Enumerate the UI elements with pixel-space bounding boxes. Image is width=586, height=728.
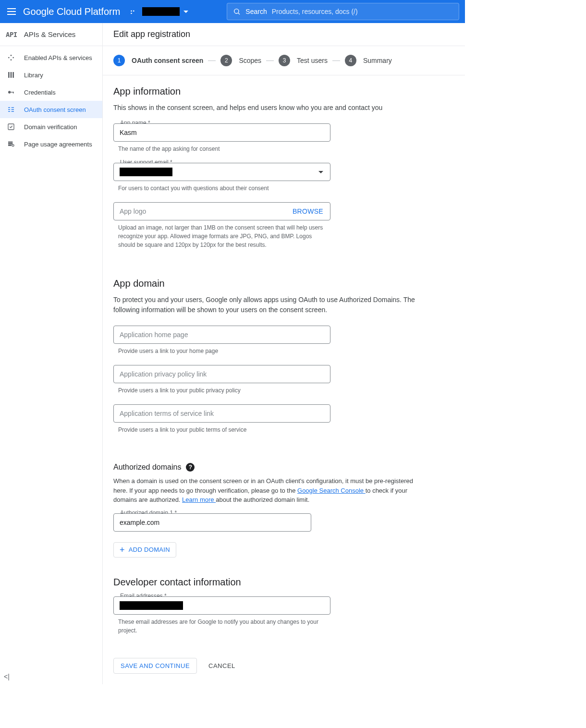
step-number: 1 [113,55,125,66]
step-connector [266,61,274,61]
tos-helper: Provide users a link to your public term… [118,425,330,434]
app-name-field[interactable]: App name * Kasm [113,123,330,142]
svg-line-1 [238,13,240,14]
main: Edit app registration 1 OAuth consent sc… [103,23,465,684]
step-number: 3 [279,55,290,66]
svg-rect-15 [12,107,14,108]
learn-more-link[interactable]: Learn more [182,496,216,503]
svg-rect-19 [9,142,12,142]
sidebar-item-label: Enabled APIs & services [24,54,92,61]
auth-domain-1-value: example.com [120,519,159,526]
svg-rect-13 [8,109,10,109]
step-label: Summary [363,57,392,64]
svg-rect-8 [12,72,14,78]
dropdown-arrow-icon [318,171,323,173]
auth-domain-1-field[interactable]: Authorized domain 1 * example.com [113,513,311,532]
auth-domains-title-text: Authorized domains [113,463,181,472]
sidebar-header: API APIs & Services [0,23,102,46]
topbar: Google Cloud Platform Search Products, r… [0,0,465,23]
search-placeholder: Products, resources, docs (/) [272,8,358,15]
sidebar-item-credentials[interactable]: Credentials [0,84,102,101]
auth-domains-title: Authorized domains ? [113,463,428,472]
tos-placeholder: Application terms of service link [120,410,214,417]
svg-rect-21 [9,145,11,146]
step-connector [208,61,216,61]
app-info-desc: This shows in the consent screen, and he… [113,103,428,113]
app-info-title: App information [113,86,428,97]
step-scopes[interactable]: 2 Scopes [220,55,261,66]
tos-link-field[interactable]: Application terms of service link [113,404,330,423]
sidebar-item-label: OAuth consent screen [24,106,86,113]
project-name-redacted [142,7,180,16]
api-icon: API [6,31,17,38]
form-actions: SAVE AND CONTINUE CANCEL [113,658,428,674]
search-console-link[interactable]: Google Search Console [297,487,366,494]
search-icon [233,8,241,15]
step-label: Scopes [239,57,261,64]
home-page-helper: Provide users a link to your home page [118,347,330,355]
home-page-field[interactable]: Application home page [113,326,330,344]
step-oauth-consent[interactable]: 1 OAuth consent screen [113,55,203,66]
search-box[interactable]: Search Products, resources, docs (/) [227,3,459,20]
svg-point-3 [8,57,10,59]
plus-icon: + [120,546,125,554]
dev-email-value-redacted [120,601,183,610]
add-domain-label: ADD DOMAIN [129,546,170,553]
help-icon[interactable]: ? [186,463,195,472]
step-label: Test users [297,57,328,64]
auth-domains-desc: When a domain is used on the consent scr… [113,476,428,505]
sidebar-item-label: Page usage agreements [24,141,92,148]
svg-point-5 [11,59,12,61]
privacy-helper: Provide users a link to your public priv… [118,386,330,395]
support-email-field[interactable]: User support email * [113,163,330,181]
svg-rect-7 [11,72,12,78]
svg-rect-11 [13,92,13,93]
app-domain-title: App domain [113,278,428,289]
sidebar-item-label: Credentials [24,89,56,96]
privacy-link-field[interactable]: Application privacy policy link [113,365,330,383]
svg-point-0 [234,9,239,13]
sidebar-item-enabled-apis[interactable]: Enabled APIs & services [0,49,102,66]
cancel-button[interactable]: CANCEL [208,662,235,669]
sidebar-item-library[interactable]: Library [0,66,102,84]
chevron-down-icon [183,11,188,13]
sidebar-item-oauth-consent[interactable]: OAuth consent screen [0,101,102,118]
svg-rect-17 [12,111,14,111]
step-label: OAuth consent screen [132,57,203,64]
sidebar-collapse-toggle[interactable]: <| [4,673,10,680]
browse-button[interactable]: BROWSE [293,207,323,215]
support-email-helper: For users to contact you with questions … [118,184,330,193]
sidebar-item-label: Domain verification [24,123,77,131]
sidebar-item-page-usage[interactable]: Page usage agreements [0,135,102,153]
app-logo-field[interactable]: App logo BROWSE [113,202,330,220]
app-domain-desc: To protect you and your users, Google on… [113,295,428,315]
dev-email-helper: These email addresses are for Google to … [118,618,330,635]
svg-rect-16 [12,109,14,109]
dev-email-field[interactable]: Email addresses * [113,596,330,615]
add-domain-button[interactable]: + ADD DOMAIN [113,542,176,558]
dev-contact-title: Developer contact information [113,577,428,588]
stepper: 1 OAuth consent screen 2 Scopes 3 Test u… [103,46,465,75]
hamburger-menu[interactable] [6,6,17,17]
app-logo-placeholder: App logo [120,207,146,215]
save-continue-button[interactable]: SAVE AND CONTINUE [113,658,197,674]
sidebar-item-domain-verification[interactable]: Domain verification [0,118,102,135]
step-summary[interactable]: 4 Summary [345,55,392,66]
check-icon [7,123,15,131]
svg-point-22 [12,145,14,146]
app-logo-helper: Upload an image, not larger than 1MB on … [118,223,330,249]
home-page-placeholder: Application home page [120,331,188,339]
consent-icon [7,106,15,113]
auth-desc-post: about the authorized domain limit. [216,496,309,503]
step-test-users[interactable]: 3 Test users [279,55,328,66]
project-selector[interactable] [126,5,192,18]
search-label: Search [245,8,267,15]
privacy-placeholder: Application privacy policy link [120,370,207,378]
step-number: 4 [345,55,356,66]
key-icon [7,88,15,96]
sidebar-item-label: Library [24,72,43,79]
app-name-helper: The name of the app asking for consent [118,145,330,153]
svg-point-2 [11,55,12,56]
step-connector [332,61,340,61]
page-title: Edit app registration [103,23,465,46]
